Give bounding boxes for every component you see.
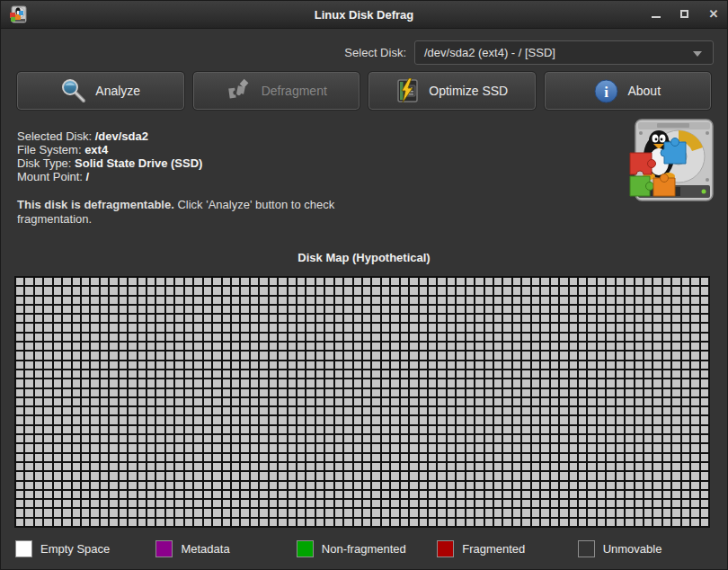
disk-map-cell (617, 454, 624, 461)
disk-map-cell (391, 306, 398, 313)
about-button[interactable]: i About (545, 72, 712, 110)
disk-map-cell (588, 463, 595, 470)
disk-map-cell (35, 315, 42, 322)
disk-map-cell (485, 352, 493, 359)
disk-map-cell (438, 463, 445, 470)
disk-map-cell (213, 509, 220, 516)
disk-map-cell (166, 509, 173, 516)
disk-map-cell (532, 454, 539, 461)
disk-map-cell (63, 482, 70, 489)
disk-map-cell (166, 278, 173, 285)
disk-map-cell (617, 315, 624, 322)
disk-map-cell (644, 435, 652, 442)
disk-map-cell (448, 278, 455, 285)
disk-map-cell (260, 306, 267, 313)
disk-map-cell (672, 416, 679, 423)
disk-map-cell (579, 435, 586, 442)
disk-map-cell (691, 334, 698, 341)
disk-map-cell (382, 426, 389, 433)
disk-map-cell (551, 426, 558, 433)
disk-map-cell (391, 343, 398, 350)
disk-map-cell (532, 287, 539, 294)
disk-map-cell (241, 306, 248, 313)
disk-map-cell (503, 454, 510, 461)
disk-map-cell (279, 287, 286, 294)
disk-map-cell (289, 343, 296, 350)
disk-map-cell (325, 379, 333, 387)
disk-map-cell (289, 435, 296, 442)
disk-map-cell (147, 491, 155, 498)
disk-map-cell (204, 324, 211, 331)
disk-map-cell (101, 315, 108, 322)
disk-map-cell (110, 407, 117, 414)
disk-map-cell (691, 379, 698, 387)
disk-map-cell (541, 500, 548, 507)
disk-map-cell (429, 370, 436, 378)
disk-map-cell (570, 407, 577, 414)
disk-map-cell (44, 398, 51, 405)
disk-map-cell (241, 361, 248, 369)
disk-map-cell (82, 398, 89, 405)
disk-map-cell (147, 463, 155, 470)
disk-map-cell (363, 519, 370, 526)
disk-map-cell (532, 463, 539, 470)
disk-map-cell (232, 389, 239, 396)
disk-map-cell (466, 361, 474, 369)
optimize-ssd-button[interactable]: Optimize SSD (368, 72, 536, 110)
disk-map-cell (372, 500, 379, 507)
disk-map-cell (653, 519, 661, 526)
disk-map-cell (156, 315, 164, 322)
disk-map-cell (598, 352, 605, 359)
disk-map-cell (101, 463, 108, 470)
disk-map-cell (494, 426, 502, 433)
disk-map-cell (251, 361, 258, 369)
disk-map-cell (213, 343, 220, 350)
disk-map-cell (232, 416, 239, 423)
disk-map-cell (513, 463, 520, 470)
disk-map-cell (522, 306, 529, 313)
disk-map-cell (551, 416, 558, 423)
disk-map-cell (372, 297, 379, 304)
disk-map-cell (16, 297, 23, 304)
close-button[interactable]: ✕ (708, 9, 719, 20)
disk-map-cell (617, 370, 624, 378)
disk-map-cell (147, 389, 155, 396)
disk-select-row: Select Disk: /dev/sda2 (ext4) - / [SSD] (1, 40, 714, 65)
disk-map-cell (194, 426, 201, 433)
disk-map-cell (73, 389, 80, 396)
maximize-button[interactable] (679, 9, 690, 20)
disk-map-cell (579, 352, 586, 359)
disk-map-cell (325, 352, 333, 359)
disk-map-cell (316, 389, 324, 396)
disk-map-cell (194, 334, 201, 341)
disk-map-cell (438, 324, 445, 331)
disk-map-cell (194, 472, 201, 479)
disk-map-cell (682, 491, 689, 498)
disk-map-cell (213, 297, 220, 304)
disk-map-cell (44, 519, 51, 526)
defragment-button[interactable]: Defragment (193, 72, 360, 110)
disk-map-cell (560, 444, 567, 451)
disk-select-dropdown[interactable]: /dev/sda2 (ext4) - / [SSD] (414, 40, 714, 65)
disk-map-cell (579, 297, 586, 304)
disk-map-cell (91, 297, 98, 304)
disk-map-cell (663, 324, 670, 331)
disk-map-cell (175, 482, 182, 489)
analyze-button[interactable]: Analyze (17, 72, 184, 110)
disk-map-cell (25, 472, 32, 479)
disk-map-cell (448, 491, 455, 498)
titlebar[interactable]: Linux Disk Defrag ✕ (1, 1, 727, 29)
disk-map-cell (532, 435, 539, 442)
disk-map-cell (429, 454, 436, 461)
disk-map-cell (551, 287, 558, 294)
disk-map-cell (429, 426, 436, 433)
disk-map-cell (475, 361, 483, 369)
disk-map-cell (644, 278, 652, 285)
disk-map-cell (223, 334, 230, 341)
disk-map-cell (316, 472, 324, 479)
minimize-button[interactable] (651, 9, 661, 20)
disk-map-cell (410, 324, 417, 331)
disk-map-cell (147, 509, 155, 516)
disk-map-cell (289, 278, 296, 285)
disk-map-cell (251, 472, 258, 479)
